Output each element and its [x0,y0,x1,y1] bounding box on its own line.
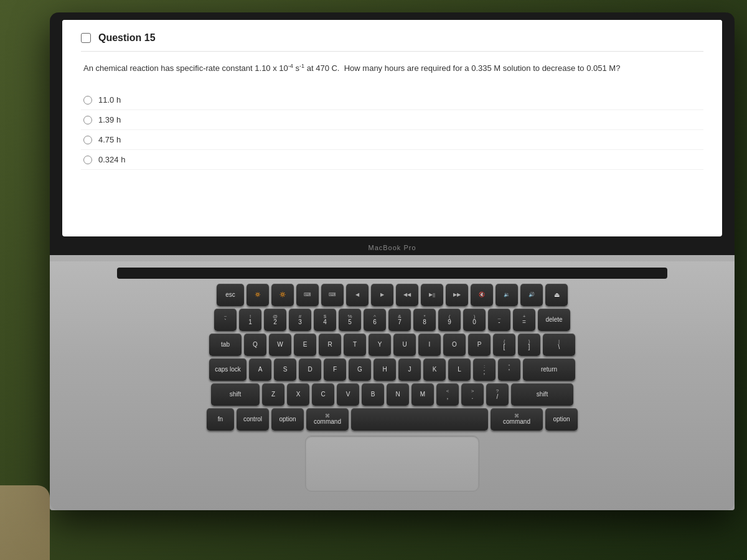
key-f9[interactable]: ▶▶ [446,284,468,306]
answer-option-4[interactable]: 0.324 h [81,150,703,170]
key-3[interactable]: #3 [289,309,311,331]
key-1[interactable]: !1 [239,309,261,331]
key-f5[interactable]: ◀ [346,284,369,306]
key-equals[interactable]: += [513,309,535,331]
key-h[interactable]: H [374,358,396,381]
radio-2[interactable] [83,116,92,124]
touch-bar[interactable] [117,268,667,279]
key-row-fn: esc 🔅 🔆 ⌨ ⌨ ◀ ▶ ◀◀ ▶|| ▶▶ 🔇 🔉 🔊 ⏏ [117,284,667,306]
key-f1[interactable]: 🔅 [247,284,269,306]
key-6[interactable]: ^6 [364,309,386,331]
key-o[interactable]: O [443,334,466,356]
key-p[interactable]: P [468,334,491,356]
key-f8[interactable]: ▶|| [421,284,443,306]
answer-option-2[interactable]: 1.39 h [81,110,703,130]
key-y[interactable]: Y [369,334,391,356]
key-f12[interactable]: 🔊 [520,284,543,306]
key-g[interactable]: G [349,358,371,381]
key-r[interactable]: R [319,334,341,356]
key-k[interactable]: K [423,358,446,381]
key-2[interactable]: @2 [264,309,286,331]
radio-4[interactable] [83,156,92,164]
answer-label-4: 0.324 h [98,155,125,164]
key-power[interactable]: ⏏ [545,284,568,306]
key-i[interactable]: I [418,334,441,356]
key-row-asdf: caps lock A S D F G H J K L :; "' return [117,358,667,381]
key-t[interactable]: T [344,334,366,356]
key-5[interactable]: %5 [339,309,361,331]
key-quote[interactable]: "' [498,358,520,381]
key-4[interactable]: $4 [314,309,336,331]
key-shift-right[interactable]: shift [511,383,573,406]
key-slash[interactable]: ?/ [486,383,509,406]
key-w[interactable]: W [269,334,291,356]
key-v[interactable]: V [337,383,359,406]
key-semicolon[interactable]: :; [473,358,496,381]
trackpad[interactable] [305,436,479,492]
key-option-left[interactable]: option [271,408,304,431]
key-f[interactable]: F [324,358,346,381]
screen-bezel: Question 15 An chemical reaction has spe… [50,12,735,255]
key-minus[interactable]: _- [488,309,510,331]
key-8[interactable]: *8 [413,309,436,331]
key-s[interactable]: S [274,358,296,381]
key-z[interactable]: Z [262,383,284,406]
key-backtick[interactable]: ~` [214,309,237,331]
key-tab[interactable]: tab [209,334,242,356]
key-f10[interactable]: 🔇 [471,284,493,306]
key-f7[interactable]: ◀◀ [396,284,418,306]
key-row-zxcv: shift Z X C V B N M <, >. ?/ shift [117,383,667,406]
key-n[interactable]: N [387,383,409,406]
key-period[interactable]: >. [461,383,484,406]
key-f3[interactable]: ⌨ [296,284,319,306]
radio-3[interactable] [83,136,92,144]
key-row-numbers: ~` !1 @2 #3 $4 %5 ^6 &7 *8 (9 )0 _- += d… [117,309,667,331]
key-control[interactable]: control [237,408,269,431]
question-panel: Question 15 An chemical reaction has spe… [62,20,722,182]
key-l[interactable]: L [448,358,471,381]
key-space[interactable] [351,408,488,431]
key-e[interactable]: E [294,334,316,356]
key-fn[interactable]: fn [207,408,234,431]
key-esc[interactable]: esc [217,284,244,306]
key-b[interactable]: B [362,383,384,406]
key-f2[interactable]: 🔆 [271,284,294,306]
question-header: Question 15 [81,32,703,52]
key-f4[interactable]: ⌨ [321,284,344,306]
key-command-left[interactable]: ⌘command [306,408,349,431]
key-return[interactable]: return [523,358,575,381]
key-option-right[interactable]: option [545,408,578,431]
key-u[interactable]: U [393,334,416,356]
key-caps-lock[interactable]: caps lock [209,358,247,381]
key-comma[interactable]: <, [436,383,459,406]
answer-label-3: 4.75 h [98,135,121,144]
key-d[interactable]: D [299,358,321,381]
question-checkbox[interactable] [81,33,91,43]
key-rbracket[interactable]: }] [518,334,540,356]
key-0[interactable]: )0 [463,309,486,331]
answer-label-2: 1.39 h [98,115,121,124]
key-m[interactable]: M [411,383,434,406]
key-delete[interactable]: delete [538,309,570,331]
radio-1[interactable] [83,96,92,105]
key-backslash[interactable]: |\ [543,334,575,356]
key-row-bottom: fn control option ⌘command ⌘command opti… [117,408,667,431]
key-f6[interactable]: ▶ [371,284,393,306]
macbook-screen-label: MacBook Pro [368,244,416,251]
key-command-right[interactable]: ⌘command [491,408,543,431]
key-lbracket[interactable]: {[ [493,334,515,356]
screen-display: Question 15 An chemical reaction has spe… [62,20,722,236]
key-7[interactable]: &7 [388,309,411,331]
key-a[interactable]: A [249,358,271,381]
key-shift-left[interactable]: shift [211,383,260,406]
answer-option-3[interactable]: 4.75 h [81,130,703,150]
key-9[interactable]: (9 [438,309,461,331]
key-q[interactable]: Q [244,334,266,356]
key-f11[interactable]: 🔉 [496,284,518,306]
answer-option-1[interactable]: 11.0 h [81,90,703,110]
key-x[interactable]: X [287,383,309,406]
key-j[interactable]: J [398,358,421,381]
question-text: An chemical reaction has specific-rate c… [81,62,703,75]
key-c[interactable]: C [312,383,334,406]
answer-label-1: 11.0 h [98,95,121,105]
